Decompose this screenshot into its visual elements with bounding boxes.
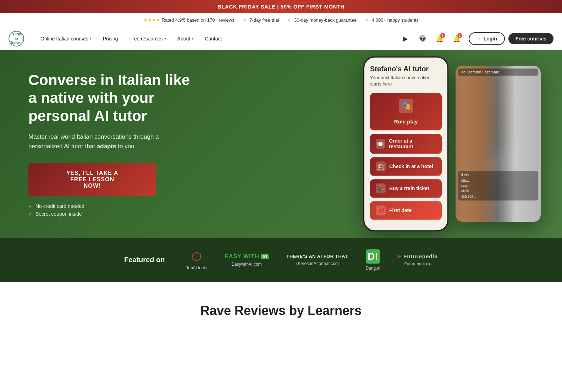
theresanai-text: THERE'S AN AI FOR THAT [286,254,348,259]
reviews-title: Rave Reviews by Learners [28,303,534,318]
nav-item-courses[interactable]: Online Italian courses ▾ [35,33,97,44]
phone-btn-train[interactable]: 🚂 Buy a train ticket [370,179,442,198]
nav-icons: ▶ 👽 🔔 1 🔔 1 [399,32,463,45]
dang-icon: D! [366,249,380,264]
hero-title: Converse in Italian like a native with y… [28,71,192,125]
top-banner: BLACK FRIDAY SALE | 50% OFF FIRST MONTH [0,0,562,13]
train-icon: 🚂 [376,183,386,193]
reddit-icon: 👽 [419,35,426,43]
check-icon-2: ✓ [287,17,291,23]
check-icon-no-card: ✓ [28,203,33,209]
notification-badge-1: 1 [440,33,445,38]
phone-subtitle: Your next Italian conversation starts he… [370,74,442,87]
theresanai-name: TheresanAIforthat.com [296,261,339,266]
chevron-down-icon-3: ▾ [192,37,193,40]
featured-label: Featured on [124,256,165,264]
featured-section: Featured on ⬡ TopAi.tools EASY WITH AI E… [0,238,562,282]
notification-button-1[interactable]: 🔔 1 [433,32,446,45]
featured-logo-futurepedia[interactable]: F Futurepedia Futurepedia.io [398,253,438,266]
ai-face-image: ao Stefano! Facciamo... il tuo...pia...s… [456,66,541,222]
heart-icon: ❤️ [376,205,386,215]
phone-header: Stefano's AI tutor [370,65,442,73]
hero-text-block: Converse in Italian like a native with y… [28,71,192,217]
check-icon-1: ✓ [243,17,247,23]
notification-badge-2: 1 [457,33,462,38]
futurepedia-name: Futurepedia.io [404,261,432,266]
hero-visuals: Stefano's AI tutor Your next Italian con… [363,56,541,231]
featured-logo-theresanai[interactable]: THERE'S AN AI FOR THAT TheresanAIforthat… [286,254,348,266]
hotel-icon: 🏨 [376,161,386,171]
trust-item-trial: ✓ 7-day free trial [243,17,279,23]
hero-checks: ✓ No credit card needed ✓ Secret coupon … [28,203,192,217]
nav-items: Online Italian courses ▾ Pricing Free re… [35,33,399,44]
featured-logo-easywith[interactable]: EASY WITH AI EasywithAi.com [225,253,269,267]
trust-item-guarantee: ✓ 30-day money-back guarantee [287,17,357,23]
chevron-down-icon: ▾ [90,37,92,40]
notification-button-2[interactable]: 🔔 1 [450,32,463,45]
check-item-1: ✓ No credit card needed [28,203,192,209]
roleplay-icon: 🎭 [399,99,413,113]
easywith-name: EasywithAi.com [232,262,262,267]
ai-face-overlay-text: ao Stefano! Facciamo... [458,69,538,76]
restaurant-icon: 🍽️ [376,139,385,149]
nav-item-about[interactable]: About ▾ [172,33,199,44]
youtube-button[interactable]: ▶ [399,32,412,45]
logo[interactable]: THINK in Italian [9,31,24,46]
phone-btn-roleplay[interactable]: 🎭 Role play [370,93,442,130]
rating-text: Rated 4.9/5 based on 170+ reviews [162,17,235,23]
dang-name: Dang.ai [365,266,380,271]
hero-subtitle: Master real-world Italian conversations … [28,132,192,151]
phone-btn-restaurant[interactable]: 🍽️ Order at a restaurant [370,134,442,154]
check-icon-coupon: ✓ [28,211,33,217]
phone-mockup: Stefano's AI tutor Your next Italian con… [363,56,448,231]
futurepedia-text: F Futurepedia [398,253,438,259]
logo-icon: THINK in Italian [9,31,24,46]
topai-icon: ⬡ [192,250,202,263]
ai-face-transcript: il tuo...pia...sca...argin...ssa sca... [458,171,538,201]
hero-section: Converse in Italian like a native with y… [0,50,562,238]
nav-actions: → Login Free courses [469,32,553,45]
phone-btn-hotel[interactable]: 🏨 Check in at a hotel [370,157,442,176]
easywith-text: EASY WITH AI [225,253,269,260]
check-icon-3: ✓ [365,17,369,23]
login-icon: → [476,36,481,42]
trust-bar: ★★★★ Rated 4.9/5 based on 170+ reviews ✓… [0,13,562,27]
trust-item-students: ✓ 4,000+ happy students [365,17,419,23]
reddit-button[interactable]: 👽 [416,32,429,45]
banner-text: BLACK FRIDAY SALE | 50% OFF FIRST MONTH [217,4,345,10]
nav-item-contact[interactable]: Contact [200,33,227,44]
check-item-2: ✓ Secret coupon inside [28,211,192,217]
featured-logo-dang[interactable]: D! Dang.ai [365,249,380,271]
stars-icon: ★★★★ [143,17,160,23]
nav-item-resources[interactable]: Free resources ▾ [124,33,171,44]
phone-btn-firstdate[interactable]: ❤️ First date [370,201,442,220]
login-button[interactable]: → Login [469,32,505,45]
reviews-section: Rave Reviews by Learners [0,282,562,325]
cta-button[interactable]: YES, I'LL TAKE AFREE LESSONNOW! [28,163,156,196]
featured-logo-topai[interactable]: ⬡ TopAi.tools [186,250,207,270]
navbar: THINK in Italian Online Italian courses … [0,27,562,50]
star-rating: ★★★★ Rated 4.9/5 based on 170+ reviews [143,17,235,23]
free-courses-button[interactable]: Free courses [508,33,553,44]
ai-face-visual: ao Stefano! Facciamo... il tuo...pia...s… [456,66,541,222]
youtube-icon: ▶ [403,35,408,43]
chevron-down-icon-2: ▾ [164,37,166,40]
featured-logos: ⬡ TopAi.tools EASY WITH AI EasywithAi.co… [186,249,438,271]
nav-item-pricing[interactable]: Pricing [98,33,123,44]
topai-name: TopAi.tools [186,265,207,270]
